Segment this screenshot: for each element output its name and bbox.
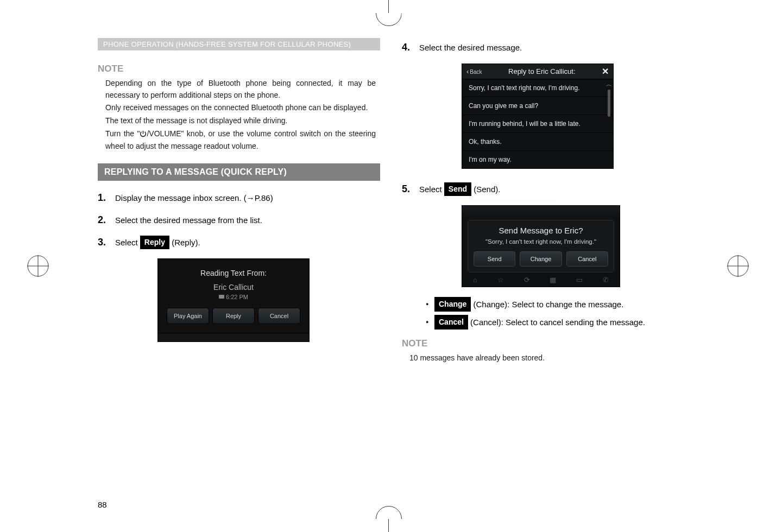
change-button[interactable]: Change	[520, 251, 562, 267]
change-tag: Change	[434, 297, 471, 312]
media-icon: ▭	[576, 276, 583, 284]
step-text: Select Send (Send).	[419, 182, 500, 196]
quick-reply-option[interactable]: I'm running behind, I will be a little l…	[462, 115, 613, 133]
reply-button[interactable]: Reply	[212, 308, 255, 324]
section-header: PHONE OPERATION (HANDS-FREE SYSTEM FOR C…	[98, 38, 380, 50]
quick-reply-option[interactable]: Can you give me a call?	[462, 97, 613, 115]
scrollbar[interactable]: ︿	[605, 80, 613, 118]
crop-mark-left	[27, 255, 49, 277]
quick-reply-option[interactable]: I'm on my way.	[462, 151, 613, 168]
ss1-bottom-strip	[158, 333, 309, 341]
step-number: 1.	[98, 191, 110, 205]
step-text: Select the desired message.	[419, 42, 522, 54]
chevron-up-icon: ︿	[605, 80, 613, 88]
back-button[interactable]: ‹Back	[466, 67, 482, 75]
left-column: PHONE OPERATION (HANDS-FREE SYSTEM FOR C…	[98, 38, 380, 483]
ss3-bottom-strip: ⌂ ☆ ⟳ ▦ ▭ ✆	[462, 273, 620, 287]
step-4: 4. Select the desired message.	[402, 40, 684, 55]
screenshot-reply-list: ‹Back Reply to Eric Callicut: ✕ Sorry, I…	[462, 64, 614, 169]
quick-reply-option[interactable]: Sorry, I can't text right now, I'm drivi…	[462, 79, 613, 97]
crop-mark-bottom	[376, 507, 401, 532]
quick-reply-option[interactable]: Ok, thanks.	[462, 133, 613, 151]
cancel-button[interactable]: Cancel	[258, 308, 300, 324]
note-line: Depending on the type of Bluetooth phone…	[105, 78, 376, 101]
note-heading-2: NOTE	[402, 338, 684, 349]
step-number: 5.	[402, 182, 414, 197]
home-icon: ⌂	[473, 276, 477, 284]
bullet-change: Change (Change): Select to change the me…	[426, 297, 684, 312]
step-2: 2. Select the desired message from the l…	[98, 213, 380, 227]
chevron-left-icon: ‹	[466, 67, 469, 75]
nav-icon: ⟳	[524, 276, 530, 284]
note-line: The text of the message is not displayed…	[105, 115, 376, 127]
step-text: Display the message inbox screen. (→P.86…	[115, 192, 273, 205]
note-body-2: 10 messages have already been stored.	[402, 352, 684, 365]
ss2-title: Reply to Eric Callicut:	[482, 67, 602, 75]
ss3-question: Send Message to Eric?	[474, 226, 608, 235]
page-content: PHONE OPERATION (HANDS-FREE SYSTEM FOR C…	[98, 38, 684, 483]
power-icon	[140, 129, 147, 141]
send-tag: Send	[444, 182, 471, 196]
reply-tag: Reply	[140, 236, 169, 249]
step-text: Select Reply (Reply).	[115, 236, 200, 249]
ss1-title: Reading Text From:	[163, 269, 304, 277]
bullet-list: Change (Change): Select to change the me…	[426, 297, 684, 333]
grid-icon: ▦	[550, 276, 556, 284]
ss1-time: 6:22 PM	[163, 294, 304, 300]
step-1: 1. Display the message inbox screen. (→P…	[98, 191, 380, 205]
star-icon: ☆	[497, 276, 504, 284]
step-3: 3. Select Reply (Reply).	[98, 235, 380, 250]
step-number: 4.	[402, 40, 414, 55]
note-body: Depending on the type of Bluetooth phone…	[98, 78, 380, 154]
ss1-contact-name: Eric Callicut	[163, 283, 304, 292]
screenshot-reading-text: Reading Text From: Eric Callicut 6:22 PM…	[157, 258, 310, 342]
send-button[interactable]: Send	[474, 251, 515, 267]
note2-text: 10 messages have already been stored.	[409, 352, 680, 364]
note-heading: NOTE	[98, 64, 380, 74]
cancel-button[interactable]: Cancel	[566, 251, 608, 267]
cancel-tag: Cancel	[434, 315, 468, 330]
close-icon[interactable]: ✕	[602, 66, 609, 77]
screenshot-send-confirm: Send Message to Eric? "Sorry, I can't te…	[462, 205, 620, 287]
reply-section-heading: REPLYING TO A MESSAGE (QUICK REPLY)	[98, 163, 380, 181]
note-line: Only received messages on the connected …	[105, 102, 376, 114]
right-column: 4. Select the desired message. ‹Back Rep…	[402, 38, 684, 483]
play-again-button[interactable]: Play Again	[167, 308, 209, 324]
crop-mark-top	[376, 0, 401, 25]
step-number: 2.	[98, 213, 110, 227]
bullet-cancel: Cancel (Cancel): Select to cancel sendin…	[426, 315, 684, 330]
device-icon	[219, 295, 224, 299]
scroll-thumb[interactable]	[608, 90, 610, 117]
phone-icon: ✆	[603, 276, 609, 284]
page-number: 88	[98, 500, 107, 509]
crop-mark-right	[727, 255, 749, 277]
step-text: Select the desired message from the list…	[115, 214, 262, 227]
ss3-top-strip	[462, 206, 620, 217]
note-line: Turn the "/VOLUME" knob, or use the volu…	[105, 128, 376, 153]
step-5: 5. Select Send (Send).	[402, 182, 684, 197]
step-number: 3.	[98, 235, 110, 250]
ss3-message-preview: "Sorry, I can't text right now, I'm driv…	[474, 238, 608, 245]
